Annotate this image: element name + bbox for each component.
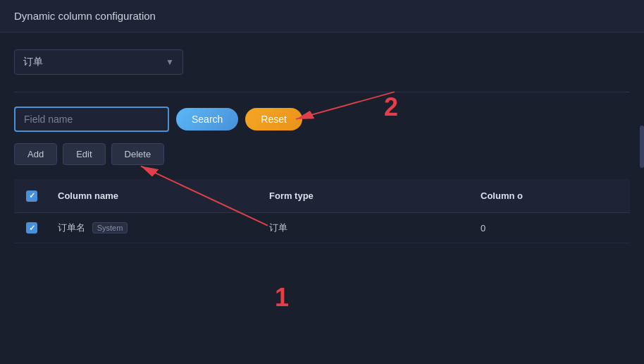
delete-button[interactable]: Delete <box>111 143 165 165</box>
action-buttons-row: Add Edit Delete <box>14 143 630 165</box>
form-type-header: Form type <box>261 186 472 205</box>
select-all-checkbox[interactable] <box>26 190 37 202</box>
page-title: Dynamic column configuration <box>14 10 156 22</box>
table-selector-dropdown[interactable]: 订单 ▼ <box>14 49 183 75</box>
field-name-input[interactable] <box>14 107 169 132</box>
row-checkbox-cell[interactable] <box>14 222 49 233</box>
annotation-1: 1 <box>275 283 289 313</box>
search-button[interactable]: Search <box>176 108 238 131</box>
title-bar: Dynamic column configuration <box>0 0 644 32</box>
row-form-type-cell: 订单 <box>261 213 472 243</box>
row-column-name-cell: 订单名 System <box>49 213 261 243</box>
search-row: Search Reset <box>14 107 630 132</box>
row-column-order-cell: 0 <box>472 214 630 242</box>
dropdown-row: 订单 ▼ <box>14 49 630 75</box>
table-header: Column name Form type Column o <box>14 179 630 213</box>
edit-button[interactable]: Edit <box>63 143 105 165</box>
system-badge: System <box>92 222 128 233</box>
chevron-down-icon: ▼ <box>166 57 174 67</box>
header-checkbox-cell[interactable] <box>14 186 49 205</box>
dropdown-selected-value: 订单 <box>23 56 43 68</box>
data-table: Column name Form type Column o 订单名 Syste… <box>14 179 630 243</box>
reset-button[interactable]: Reset <box>245 108 302 131</box>
scrollbar[interactable] <box>640 126 644 168</box>
row-checkbox[interactable] <box>26 222 37 233</box>
column-order-header: Column o <box>472 186 630 205</box>
column-name-header: Column name <box>49 186 261 205</box>
section-divider <box>14 92 630 92</box>
add-button[interactable]: Add <box>14 143 57 165</box>
column-name-value: 订单名 <box>58 222 85 233</box>
table-row: 订单名 System 订单 0 <box>14 213 630 243</box>
